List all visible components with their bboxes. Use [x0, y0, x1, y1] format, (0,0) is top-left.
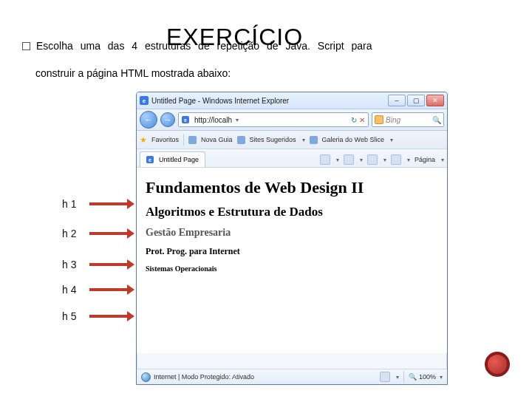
status-text: Internet | Modo Protegido: Ativado — [154, 373, 254, 381]
url-text: http://localh — [194, 116, 232, 124]
favorites-bar: ★ Favoritos Nova Guia Sites Sugeridos ▾ … — [137, 131, 447, 149]
arrow-icon — [89, 263, 128, 266]
fav-item-icon — [310, 136, 318, 144]
zoom-icon: 🔍 — [409, 373, 417, 381]
label-h4: h 4 — [62, 284, 128, 296]
window-minimize-button[interactable]: – — [388, 95, 406, 106]
chevron-down-icon[interactable]: ▾ — [407, 157, 410, 163]
chevron-down-icon[interactable]: ▾ — [390, 137, 393, 143]
back-button[interactable]: ← — [140, 111, 157, 129]
chevron-down-icon[interactable]: ▾ — [360, 157, 363, 163]
fav-item-icon — [188, 136, 197, 144]
zoom-control[interactable]: 🔍 100% ▾ — [409, 373, 443, 381]
page-h2: Algoritmos e Estrutura de Dados — [146, 205, 438, 219]
status-bar: Internet | Modo Protegido: Ativado ▾ 🔍 1… — [137, 369, 447, 384]
page-content: Fundamentos de Web Design II Algoritmos … — [137, 168, 447, 353]
print-icon[interactable] — [391, 154, 401, 165]
bullet-square-icon — [22, 42, 30, 50]
nav-toolbar: ← → e http://localh ▾ ↻ ✕ Bing 🔍 — [137, 109, 447, 131]
label-text: h 5 — [62, 310, 76, 322]
tab-favicon-icon: e — [146, 156, 154, 163]
chevron-down-icon[interactable]: ▾ — [302, 137, 305, 143]
bullet-text-1: Escolha uma das 4 estruturas de repetiçã… — [36, 40, 372, 52]
fav-item-2[interactable]: Galeria do Web Slice — [322, 136, 384, 143]
page-h3: Gestão Empresaria — [146, 227, 438, 239]
arrow-icon — [89, 315, 128, 318]
mail-icon[interactable] — [367, 154, 378, 165]
zoom-level: 100% — [419, 373, 436, 381]
label-text: h 3 — [62, 259, 76, 270]
tab-tools: ▾ ▾ ▾ ▾ Página ▾ — [320, 152, 444, 167]
globe-icon — [141, 372, 151, 382]
stop-button[interactable]: ✕ — [359, 116, 365, 124]
url-dropdown-icon[interactable]: ▾ — [236, 117, 239, 123]
chevron-down-icon[interactable]: ▾ — [441, 157, 444, 163]
window-title: Untitled Page - Windows Internet Explore… — [151, 97, 388, 105]
chevron-down-icon[interactable]: ▾ — [336, 157, 339, 163]
protected-mode-icon[interactable] — [380, 372, 390, 382]
page-h5: Sistemas Operacionais — [146, 265, 438, 273]
tab-label: Untitled Page — [159, 156, 199, 163]
label-h2: h 2 — [62, 228, 128, 239]
feeds-icon[interactable] — [344, 154, 354, 165]
fav-item-icon — [237, 136, 245, 144]
bing-icon — [375, 115, 383, 124]
home-icon[interactable] — [320, 154, 330, 165]
fav-item-0[interactable]: Nova Guia — [201, 136, 233, 143]
browser-tab[interactable]: e Untitled Page — [140, 151, 205, 167]
search-icon[interactable]: 🔍 — [432, 116, 441, 124]
page-h1: Fundamentos de Web Design II — [146, 178, 438, 197]
ie-favicon-icon: e — [140, 96, 149, 105]
label-text: h 1 — [62, 198, 76, 210]
fav-item-1[interactable]: Sites Sugeridos — [250, 136, 296, 143]
site-favicon-icon: e — [182, 116, 189, 123]
chevron-down-icon[interactable]: ▾ — [383, 157, 386, 163]
slide-target-icon — [485, 352, 510, 377]
pagina-menu[interactable]: Página — [415, 156, 435, 163]
chevron-down-icon[interactable]: ▾ — [396, 374, 399, 381]
browser-window: e Untitled Page - Windows Internet Explo… — [136, 92, 448, 385]
arrow-icon — [89, 232, 128, 235]
search-engine-label: Bing — [386, 116, 400, 124]
label-h3: h 3 — [62, 259, 128, 270]
address-bar[interactable]: e http://localh ▾ ↻ ✕ — [178, 112, 369, 127]
arrow-icon — [89, 288, 128, 291]
favorites-label[interactable]: Favoritos — [151, 136, 179, 143]
forward-button[interactable]: → — [160, 112, 175, 127]
refresh-button[interactable]: ↻ — [351, 116, 357, 124]
label-h1: h 1 — [62, 198, 128, 210]
bullet-line-2: construir a página HTML mostrada abaixo: — [35, 64, 510, 83]
status-separator — [403, 371, 404, 383]
page-h4: Prot. Prog. para Internet — [146, 246, 438, 257]
bullet-line-1: Escolha uma das 4 estruturas de repetiçã… — [22, 37, 510, 55]
window-close-button[interactable]: ✕ — [426, 95, 444, 106]
toolbar-separator — [183, 134, 184, 146]
tab-bar: e Untitled Page ▾ ▾ ▾ ▾ Página ▾ — [137, 149, 447, 168]
label-text: h 4 — [62, 284, 76, 296]
arrow-icon — [89, 202, 128, 205]
chevron-down-icon[interactable]: ▾ — [440, 374, 443, 381]
search-box[interactable]: Bing 🔍 — [372, 112, 444, 127]
label-h5: h 5 — [62, 310, 128, 322]
label-text: h 2 — [62, 228, 76, 239]
window-maximize-button[interactable]: ▢ — [407, 95, 425, 106]
window-titlebar: e Untitled Page - Windows Internet Explo… — [137, 92, 447, 109]
favorites-star-icon[interactable]: ★ — [140, 135, 147, 145]
